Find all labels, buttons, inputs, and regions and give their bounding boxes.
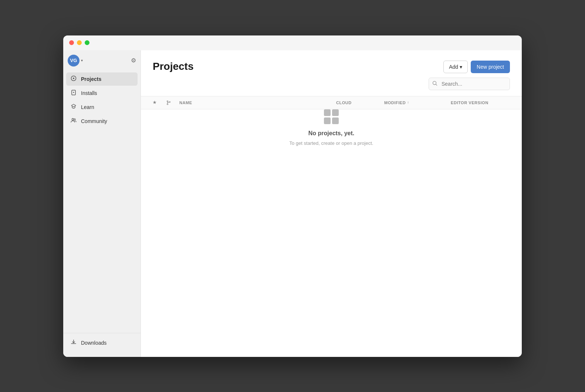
editor-column-header[interactable]: EDITOR VERSION xyxy=(451,100,510,105)
svg-point-3 xyxy=(73,92,74,93)
branch-icon xyxy=(166,100,179,105)
sidebar-nav: Projects Installs xyxy=(63,72,141,333)
learn-icon xyxy=(70,103,77,111)
svg-point-7 xyxy=(167,100,168,102)
icon-square-3 xyxy=(324,117,331,124)
page-title: Projects xyxy=(153,61,194,72)
avatar: VG xyxy=(68,55,80,67)
downloads-item[interactable]: Downloads xyxy=(66,336,138,350)
sort-arrow-icon: ↑ xyxy=(407,100,409,105)
empty-state-icon xyxy=(324,109,339,124)
new-project-button[interactable]: New project xyxy=(471,61,510,73)
icon-square-2 xyxy=(332,109,339,116)
close-button[interactable] xyxy=(69,40,74,45)
minimize-button[interactable] xyxy=(77,40,82,45)
titlebar xyxy=(63,35,522,50)
sidebar-item-projects[interactable]: Projects xyxy=(66,72,138,86)
action-buttons: Add ▾ New project xyxy=(443,61,510,73)
add-button[interactable]: Add ▾ xyxy=(443,61,468,73)
add-chevron-icon: ▾ xyxy=(460,64,462,70)
icon-square-4 xyxy=(332,117,339,124)
main-header: Projects Add ▾ New project xyxy=(141,50,522,96)
downloads-label: Downloads xyxy=(81,340,106,346)
projects-label: Projects xyxy=(81,76,101,82)
cloud-column-header[interactable]: CLOUD xyxy=(336,100,384,105)
projects-icon xyxy=(70,75,77,83)
svg-point-1 xyxy=(73,78,74,79)
chevron-down-icon: ▾ xyxy=(81,58,83,62)
svg-point-8 xyxy=(167,103,168,105)
empty-state: No projects, yet. To get started, create… xyxy=(290,109,373,146)
search-icon xyxy=(432,81,437,87)
table-header: ★ NAME xyxy=(141,96,522,109)
col-cloud: CLOUD xyxy=(336,100,384,105)
app-body: VG ▾ ⚙ Projects xyxy=(63,50,522,357)
empty-state-subtitle: To get started, create or open a project… xyxy=(290,140,373,146)
sidebar: VG ▾ ⚙ Projects xyxy=(63,50,141,357)
name-column-header[interactable]: NAME xyxy=(179,100,336,105)
search-input[interactable] xyxy=(429,78,510,90)
installs-icon xyxy=(70,89,77,97)
col-branch xyxy=(166,100,179,105)
sidebar-item-installs[interactable]: Installs xyxy=(66,86,138,100)
sidebar-bottom: Downloads xyxy=(63,333,141,352)
search-bar xyxy=(429,78,510,90)
maximize-button[interactable] xyxy=(85,40,89,45)
table-container: No projects, yet. To get started, create… xyxy=(141,109,522,357)
community-label: Community xyxy=(81,118,107,124)
table-body: No projects, yet. To get started, create… xyxy=(141,109,522,146)
col-modified: MODIFIED ↑ xyxy=(384,100,451,105)
traffic-lights xyxy=(69,40,89,45)
svg-point-4 xyxy=(72,118,74,120)
sidebar-top: VG ▾ ⚙ xyxy=(63,55,141,72)
sidebar-item-learn[interactable]: Learn xyxy=(66,100,138,114)
download-icon xyxy=(70,339,77,347)
svg-point-5 xyxy=(74,119,75,120)
star-icon: ★ xyxy=(153,100,166,105)
header-actions: Add ▾ New project xyxy=(429,61,510,90)
installs-label: Installs xyxy=(81,90,97,96)
learn-label: Learn xyxy=(81,104,94,110)
col-editor: EDITOR VERSION xyxy=(451,100,510,105)
add-button-label: Add xyxy=(449,64,458,70)
icon-square-1 xyxy=(324,109,331,116)
modified-column-header[interactable]: MODIFIED ↑ xyxy=(384,100,451,105)
community-icon xyxy=(70,117,77,125)
col-name: NAME xyxy=(179,100,336,105)
user-menu[interactable]: VG ▾ xyxy=(68,55,83,67)
gear-icon[interactable]: ⚙ xyxy=(131,57,136,64)
app-window: VG ▾ ⚙ Projects xyxy=(63,35,522,357)
empty-state-title: No projects, yet. xyxy=(308,130,354,137)
col-star: ★ xyxy=(153,100,166,105)
main-content: Projects Add ▾ New project xyxy=(141,50,522,357)
sidebar-item-community[interactable]: Community xyxy=(66,115,138,128)
